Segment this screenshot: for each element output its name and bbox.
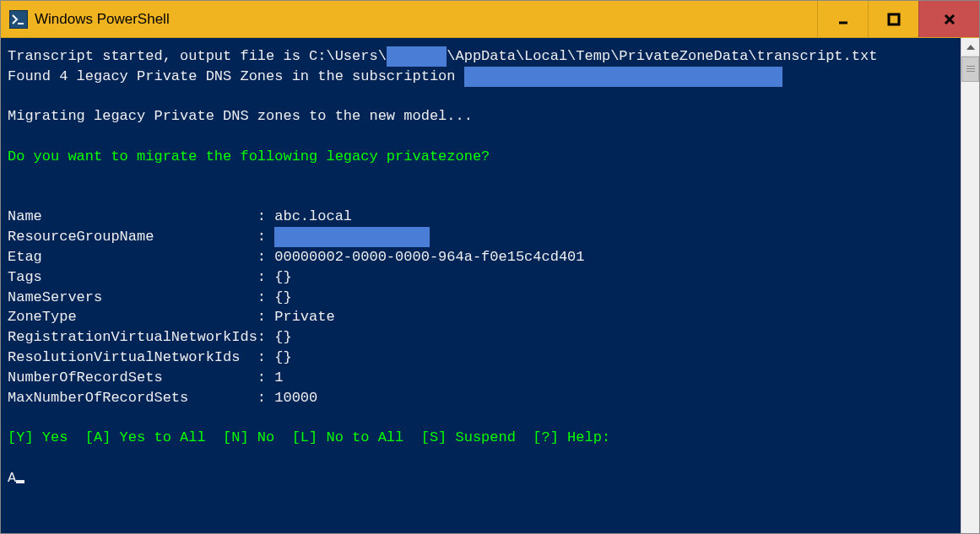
- redacted-subscription: xxxxxxxxxxxxxxxxxxxxxxxxxxxxxxxxxxxxx: [464, 67, 782, 87]
- close-button[interactable]: [918, 1, 979, 37]
- redacted-value: xxxxxxxxxxxxxxxxxx: [274, 227, 430, 247]
- scroll-up-button[interactable]: [961, 38, 979, 57]
- output-line: Found 4 legacy Private DNS Zones in the …: [8, 68, 782, 84]
- window-title: Windows PowerShell: [35, 11, 170, 28]
- output-line: Transcript started, output file is C:\Us…: [8, 48, 877, 64]
- output-line: Migrating legacy Private DNS zones to th…: [8, 108, 473, 124]
- property-row: Name : abc.local: [8, 207, 954, 227]
- property-row: Etag : 00000002-0000-0000-964a-f0e15c4cd…: [8, 247, 954, 267]
- maximize-button[interactable]: [868, 1, 918, 37]
- user-input[interactable]: A: [8, 470, 16, 486]
- scroll-thumb[interactable]: [961, 57, 979, 82]
- property-row: ZoneType : Private: [8, 307, 954, 327]
- redacted-username: xxxxxxx: [387, 46, 447, 67]
- titlebar-left: Windows PowerShell: [1, 10, 170, 29]
- minimize-button[interactable]: [817, 1, 868, 37]
- scrollbar[interactable]: [961, 38, 979, 533]
- scroll-track[interactable]: [961, 82, 979, 533]
- titlebar[interactable]: Windows PowerShell: [1, 1, 979, 38]
- window-controls: [817, 1, 979, 37]
- terminal[interactable]: Transcript started, output file is C:\Us…: [1, 38, 961, 533]
- property-row: Tags : {}: [8, 267, 954, 288]
- property-row: NumberOfRecordSets : 1: [8, 368, 954, 388]
- property-row: MaxNumberOfRecordSets : 10000: [8, 388, 954, 408]
- property-row: ResourceGroupName : xxxxxxxxxxxxxxxxxx: [8, 227, 954, 247]
- property-row: RegistrationVirtualNetworkIds: {}: [8, 327, 954, 348]
- property-list: Name : abc.localResourceGroupName : xxxx…: [8, 207, 954, 407]
- cursor: [16, 480, 24, 483]
- powershell-icon: [9, 10, 28, 29]
- prompt-question: Do you want to migrate the following leg…: [8, 148, 490, 165]
- svg-rect-2: [889, 14, 899, 24]
- property-row: NameServers : {}: [8, 288, 954, 308]
- content-area: Transcript started, output file is C:\Us…: [1, 38, 979, 533]
- powershell-window: Windows PowerShell Transcript started, o…: [0, 0, 980, 534]
- property-row: ResolutionVirtualNetworkIds : {}: [8, 348, 954, 368]
- prompt-options: [Y] Yes [A] Yes to All [N] No [L] No to …: [8, 429, 610, 445]
